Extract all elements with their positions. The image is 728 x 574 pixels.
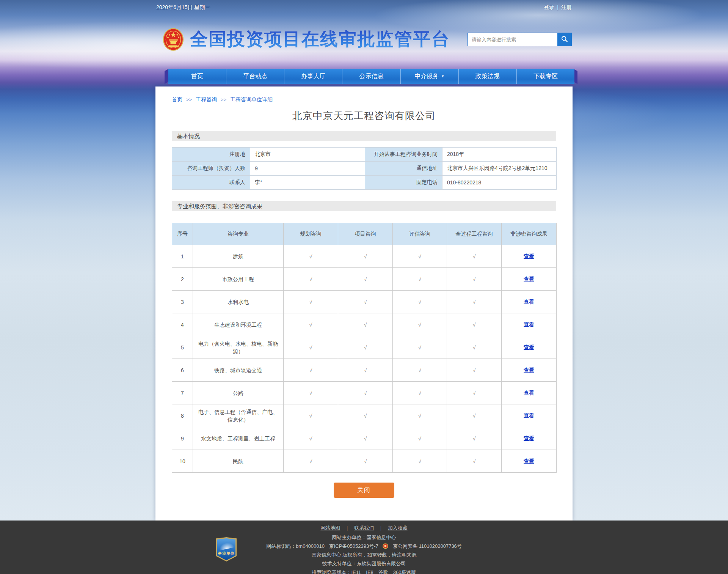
field-label: 注册地 [172,148,250,162]
check-mark: √ [447,404,502,427]
view-link[interactable]: 查看 [524,367,534,373]
nav-label: 平台动态 [243,72,267,80]
nav-label: 办事大厅 [301,72,325,80]
field-value: 9 [250,162,365,176]
field-label: 通信地址 [365,162,442,176]
field-value: 北京市大兴区乐园路4号院2号楼2单元1210 [442,162,557,176]
breadcrumb-home[interactable]: 首页 [172,96,182,102]
nav-item-policies[interactable]: 政策法规 [458,69,516,84]
footer-links: 网站地图｜联系我们｜加入收藏 [155,524,573,532]
row-no: 9 [172,427,193,450]
close-button[interactable]: 关闭 [334,483,394,498]
view-link[interactable]: 查看 [524,458,534,464]
specialty-cell: 电力（含火电、水电、核电、新能源） [193,336,284,359]
table-row: 9 水文地质、工程测量、岩土工程 √ √ √ √ 查看 [172,427,557,450]
check-mark: √ [393,404,447,427]
check-mark: √ [284,382,338,404]
breadcrumb-category[interactable]: 工程咨询 [196,96,217,102]
table-row: 6 铁路、城市轨道交通 √ √ √ √ 查看 [172,359,557,382]
content-panel: 首页 >> 工程咨询 >> 工程咨询单位详细 北京中京天元工程咨询有限公司 基本… [155,86,573,521]
specialty-cell: 市政公用工程 [193,268,284,291]
check-mark: √ [338,245,393,268]
row-no: 6 [172,359,193,382]
footer-link-sitemap[interactable]: 网站地图 [320,525,340,531]
view-link[interactable]: 查看 [524,299,534,305]
check-mark: √ [393,382,447,404]
check-mark: √ [338,427,393,450]
search-input[interactable] [468,33,557,46]
view-cell: 查看 [502,245,557,268]
nav-item-service-hall[interactable]: 办事大厅 [284,69,342,84]
login-link[interactable]: 登录 [544,4,554,10]
view-cell: 查看 [502,450,557,473]
row-no: 8 [172,404,193,427]
site-header: 2020年6月15日 星期一 登录|注册 [0,0,728,86]
row-no: 5 [172,336,193,359]
site-title: 全国投资项目在线审批监管平台 [190,27,450,51]
footer-link-favorite[interactable]: 加入收藏 [388,525,408,531]
row-no: 4 [172,313,193,336]
view-cell: 查看 [502,336,557,359]
view-link[interactable]: 查看 [524,390,534,396]
view-cell: 查看 [502,382,557,404]
check-mark: √ [447,450,502,473]
nav-label: 中介服务 [414,72,439,80]
table-header-row: 序号 咨询专业 规划咨询 项目咨询 评估咨询 全过程工程咨询 非涉密咨询成果 [172,223,557,245]
check-mark: √ [338,268,393,291]
footer-psb-number: 京公网安备 11010202007736号 [393,543,462,549]
auth-links: 登录|注册 [544,4,572,11]
search-button[interactable] [557,33,572,46]
nav-item-intermediary-services[interactable]: 中介服务▼ [400,69,458,84]
view-link[interactable]: 查看 [524,253,534,259]
nav-label: 下载专区 [533,72,558,80]
footer-link-separator: ｜ [345,525,350,531]
check-mark: √ [447,336,502,359]
view-link[interactable]: 查看 [524,412,534,418]
breadcrumb-separator: >> [221,97,226,102]
row-no: 3 [172,291,193,313]
table-row: 10 民航 √ √ √ √ 查看 [172,450,557,473]
specialty-cell: 公路 [193,382,284,404]
row-no: 7 [172,382,193,404]
check-mark: √ [393,245,447,268]
nav-label: 公示信息 [359,72,383,80]
nav-item-platform-news[interactable]: 平台动态 [226,69,284,84]
view-link[interactable]: 查看 [524,435,534,441]
breadcrumb: 首页 >> 工程咨询 >> 工程咨询单位详细 [172,86,556,103]
check-mark: √ [393,268,447,291]
check-mark: √ [284,313,338,336]
view-cell: 查看 [502,404,557,427]
check-mark: √ [284,336,338,359]
table-row: 注册地 北京市 开始从事工程咨询业务时间 2018年 [172,148,557,162]
table-row: 7 公路 √ √ √ √ 查看 [172,382,557,404]
chevron-down-icon: ▼ [441,74,444,78]
field-label: 联系人 [172,176,250,190]
col-header-project: 项目咨询 [338,223,393,245]
check-mark: √ [338,359,393,382]
footer-link-contact[interactable]: 联系我们 [354,525,374,531]
view-cell: 查看 [502,291,557,313]
view-link[interactable]: 查看 [524,276,534,282]
check-mark: √ [447,382,502,404]
specialty-cell: 水利水电 [193,291,284,313]
check-mark: √ [393,359,447,382]
breadcrumb-separator: >> [186,97,192,102]
table-row: 3 水利水电 √ √ √ √ 查看 [172,291,557,313]
field-value: 李* [250,176,365,190]
row-no: 10 [172,450,193,473]
view-link[interactable]: 查看 [524,321,534,327]
nav-item-public-info[interactable]: 公示信息 [342,69,400,84]
footer-site-code: 网站标识码：bm04000010 [266,543,325,549]
field-value: 2018年 [442,148,557,162]
col-header-whole-process: 全过程工程咨询 [447,223,502,245]
specialty-cell: 铁路、城市轨道交通 [193,359,284,382]
check-mark: √ [338,404,393,427]
col-header-evaluation: 评估咨询 [393,223,447,245]
nav-item-home[interactable]: 首页 [168,69,226,84]
table-row: 5 电力（含火电、水电、核电、新能源） √ √ √ √ 查看 [172,336,557,359]
nav-item-downloads[interactable]: 下载专区 [516,69,574,84]
view-link[interactable]: 查看 [524,344,534,350]
field-label: 咨询工程师（投资）人数 [172,162,250,176]
breadcrumb-current: 工程咨询单位详细 [230,96,273,102]
register-link[interactable]: 注册 [561,4,572,10]
